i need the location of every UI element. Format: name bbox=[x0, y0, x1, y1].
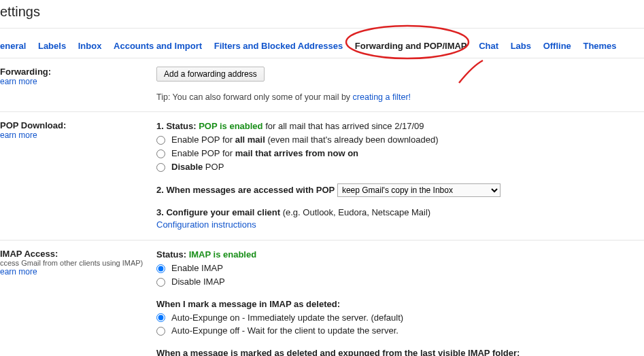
page-title: ettings bbox=[0, 0, 644, 29]
pop-enable-all-prefix: Enable POP for bbox=[171, 135, 235, 145]
pop-disable-bold: Disable bbox=[171, 162, 203, 172]
section-pop: POP Download: earn more 1. Status: POP i… bbox=[0, 112, 644, 241]
pop-status-value: POP is enabled bbox=[199, 121, 262, 131]
imap-label: IMAP Access: bbox=[0, 249, 156, 259]
imap-enable-radio[interactable] bbox=[156, 264, 165, 273]
imap-mark-deleted-label: When I mark a message in IMAP as deleted… bbox=[156, 298, 644, 311]
imap-learn-more[interactable]: earn more bbox=[0, 267, 156, 277]
imap-expunge-on-text: Auto-Expunge on - Immediately update the… bbox=[171, 312, 403, 325]
imap-expunged-label: When a message is marked as deleted and … bbox=[156, 347, 644, 356]
tab-filters-blocked[interactable]: Filters and Blocked Addresses bbox=[214, 41, 343, 51]
tab-accounts-import[interactable]: Accounts and Import bbox=[114, 41, 202, 51]
tab-labels[interactable]: Labels bbox=[38, 41, 66, 51]
tab-general[interactable]: eneral bbox=[0, 41, 26, 51]
imap-disable-prefix: Disable bbox=[171, 277, 201, 287]
imap-disable-radio[interactable] bbox=[156, 278, 165, 287]
tab-forwarding-pop-imap[interactable]: Forwarding and POP/IMAP bbox=[355, 41, 467, 51]
section-forwarding: Forwarding: earn more Add a forwarding a… bbox=[0, 58, 644, 112]
pop-access-select[interactable]: keep Gmail's copy in the Inbox bbox=[337, 183, 501, 197]
pop-status-prefix: 1. Status: bbox=[156, 121, 199, 131]
add-forwarding-address-button[interactable]: Add a forwarding address bbox=[156, 67, 265, 82]
pop-enable-now-prefix: Enable POP for bbox=[171, 148, 235, 158]
pop-enable-all-radio[interactable] bbox=[156, 136, 165, 145]
section-imap: IMAP Access: ccess Gmail from other clie… bbox=[0, 241, 644, 356]
imap-status-prefix: Status: bbox=[156, 249, 189, 260]
pop-enable-all-suffix: (even mail that's already been downloade… bbox=[265, 135, 439, 145]
tab-inbox[interactable]: Inbox bbox=[78, 41, 102, 51]
pop-label: POP Download: bbox=[0, 120, 156, 130]
pop-disable-suffix: POP bbox=[203, 162, 224, 172]
pop-configure-prefix: 3. Configure your email client bbox=[156, 207, 280, 217]
forwarding-learn-more[interactable]: earn more bbox=[0, 77, 156, 86]
pop-config-instructions-link[interactable]: Configuration instructions bbox=[156, 219, 644, 232]
pop-enable-now-on-radio[interactable] bbox=[156, 149, 165, 158]
pop-enable-all-bold: all mail bbox=[235, 135, 265, 145]
pop-status-suffix: for all mail that has arrived since 2/17… bbox=[263, 121, 424, 131]
forwarding-label: Forwarding: bbox=[0, 67, 156, 77]
pop-learn-more[interactable]: earn more bbox=[0, 130, 156, 140]
settings-tabs: eneral Labels Inbox Accounts and Import … bbox=[0, 29, 644, 58]
tab-offline[interactable]: Offline bbox=[543, 41, 571, 51]
pop-access-label: 2. When messages are accessed with POP bbox=[156, 185, 335, 195]
imap-expunge-off-radio[interactable] bbox=[156, 327, 165, 336]
tab-themes[interactable]: Themes bbox=[583, 41, 616, 51]
imap-expunge-on-radio[interactable] bbox=[156, 313, 165, 322]
pop-configure-suffix: (e.g. Outlook, Eudora, Netscape Mail) bbox=[280, 207, 430, 217]
imap-status-value: IMAP is enabled bbox=[189, 249, 256, 260]
tab-chat[interactable]: Chat bbox=[479, 41, 498, 51]
imap-enable-suffix: IMAP bbox=[199, 263, 222, 273]
imap-enable-prefix: Enable bbox=[171, 263, 199, 273]
pop-disable-radio[interactable] bbox=[156, 163, 165, 172]
imap-sub: ccess Gmail from other clients using IMA… bbox=[0, 259, 156, 267]
pop-enable-now-bold: mail that arrives from now on bbox=[235, 148, 358, 158]
imap-disable-suffix: IMAP bbox=[201, 277, 224, 287]
imap-expunge-off-text: Auto-Expunge off - Wait for the client t… bbox=[171, 325, 399, 338]
create-filter-link[interactable]: creating a filter! bbox=[353, 92, 411, 102]
tab-labs[interactable]: Labs bbox=[511, 41, 531, 51]
forwarding-tip-text: Tip: You can also forward only some of y… bbox=[156, 92, 353, 102]
